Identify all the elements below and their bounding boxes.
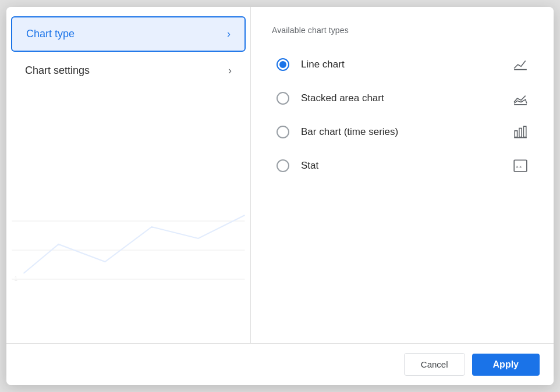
chart-type-list: Line chart Stacked area chart <box>272 49 533 181</box>
svg-rect-6 <box>515 131 517 137</box>
line-chart-icon <box>513 57 528 72</box>
chevron-right-icon: › <box>227 28 231 40</box>
section-title: Available chart types <box>272 26 533 35</box>
svg-text:x.x: x.x <box>516 164 522 169</box>
radio-bar-time[interactable] <box>277 126 289 138</box>
radio-line[interactable] <box>277 58 289 71</box>
sidebar: 1 Chart type › Chart settings › <box>6 7 251 343</box>
chart-type-row-bar-time[interactable]: Bar chart (time series) <box>272 116 533 148</box>
chart-type-row-stat[interactable]: Stat x.x <box>272 150 533 181</box>
sidebar-item-chart-settings-label: Chart settings <box>25 65 90 77</box>
bar-chart-icon <box>513 124 528 140</box>
dialog-body: 1 Chart type › Chart settings › Availabl… <box>6 7 554 343</box>
cancel-button[interactable]: Cancel <box>404 353 465 376</box>
radio-stat[interactable] <box>277 159 289 172</box>
svg-text:1: 1 <box>15 276 18 282</box>
sidebar-item-chart-type-label: Chart type <box>26 28 75 40</box>
chart-type-dialog: 1 Chart type › Chart settings › Availabl… <box>6 7 554 385</box>
dialog-footer: Cancel Apply <box>6 343 554 385</box>
chevron-right-icon: › <box>228 65 232 77</box>
stat-icon: x.x <box>513 158 528 173</box>
chart-type-row-stacked-area[interactable]: Stacked area chart <box>272 83 533 114</box>
chart-type-name-stat: Stat <box>301 160 513 172</box>
chart-type-content: Available chart types Line chart <box>251 7 554 343</box>
chart-type-row-line[interactable]: Line chart <box>272 49 533 80</box>
chart-type-name-bar-time: Bar chart (time series) <box>301 126 513 138</box>
svg-rect-7 <box>519 129 522 137</box>
chart-type-name-stacked-area: Stacked area chart <box>301 92 513 104</box>
sidebar-item-chart-type[interactable]: Chart type › <box>11 16 246 52</box>
apply-button[interactable]: Apply <box>472 354 540 376</box>
radio-inner-line <box>279 61 286 68</box>
stacked-area-chart-icon <box>513 91 528 106</box>
sidebar-item-chart-settings[interactable]: Chart settings › <box>11 54 246 87</box>
radio-stacked-area[interactable] <box>277 92 289 105</box>
svg-rect-8 <box>523 126 526 137</box>
chart-type-name-line: Line chart <box>301 59 513 70</box>
